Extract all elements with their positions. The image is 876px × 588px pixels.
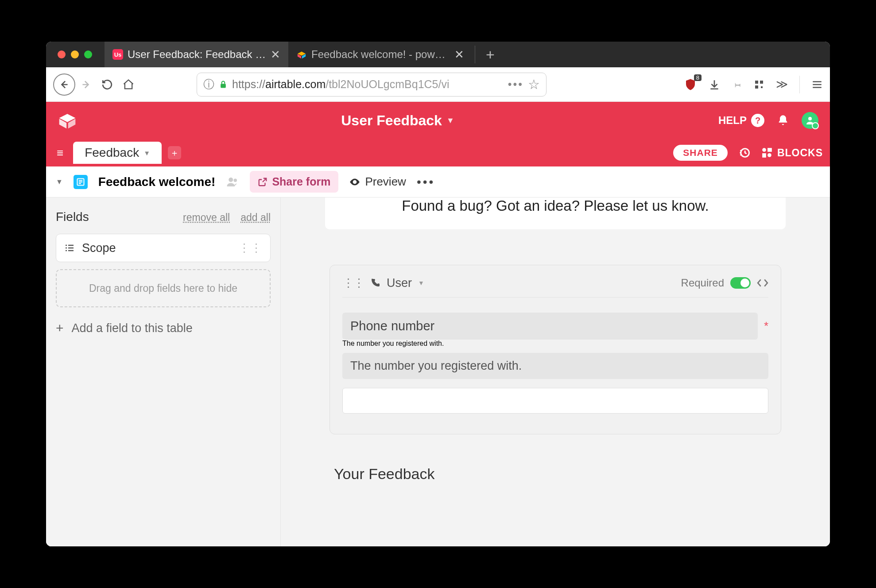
fields-heading: Fields [56, 210, 89, 224]
field-help-input[interactable]: The number you registered with. [342, 353, 768, 379]
field-value-input[interactable] [342, 388, 768, 414]
apps-icon[interactable] [754, 79, 764, 90]
svg-rect-15 [762, 153, 766, 158]
close-tab-icon[interactable]: ✕ [454, 48, 464, 62]
svg-point-13 [762, 148, 766, 152]
eye-icon [349, 176, 360, 188]
svg-rect-4 [755, 81, 758, 84]
pin-icon[interactable] [732, 79, 742, 90]
collaborators-icon[interactable] [226, 175, 239, 189]
more-options-icon[interactable]: ••• [417, 175, 435, 189]
next-field-heading[interactable]: Your Feedback [329, 465, 781, 483]
overflow-icon[interactable]: ≫ [776, 77, 788, 91]
remove-all-link[interactable]: remove all [183, 212, 230, 224]
share-form-button[interactable]: Share form [250, 171, 338, 193]
svg-rect-14 [767, 148, 772, 152]
svg-point-11 [808, 117, 812, 120]
page-actions-icon[interactable]: ••• [508, 78, 523, 91]
caret-down-icon: ▼ [143, 149, 150, 157]
required-asterisk: * [764, 319, 768, 333]
bookmark-icon[interactable]: ☆ [528, 77, 540, 92]
url-text: https://airtable.com/tbl2NoUOLgcmBq1C5/v… [232, 78, 450, 91]
external-link-icon [258, 177, 267, 187]
base-name[interactable]: User Feedback ▼ [341, 112, 454, 129]
svg-rect-3 [221, 84, 226, 88]
preview-button[interactable]: Preview [349, 175, 406, 189]
available-field-scope[interactable]: Scope ⋮⋮ [56, 234, 271, 262]
close-window[interactable] [58, 50, 66, 58]
form-description[interactable]: Found a bug? Got an idea? Please let us … [325, 197, 786, 229]
forward-button[interactable] [75, 74, 97, 95]
back-button[interactable] [53, 74, 75, 96]
lock-icon [219, 80, 228, 89]
table-tabs-row: ≡ Feedback ▼ ＋ SHARE BLOCKS [46, 139, 830, 166]
help-icon: ? [751, 114, 764, 127]
svg-point-19 [234, 178, 237, 182]
view-name[interactable]: Feedback welcome! [98, 175, 216, 189]
required-toggle[interactable] [730, 277, 751, 289]
svg-rect-5 [760, 81, 763, 84]
fields-sidebar: Fields remove all add all Scope ⋮⋮ Drag … [46, 197, 281, 546]
home-button[interactable] [118, 74, 139, 95]
svg-rect-6 [755, 85, 758, 89]
svg-rect-7 [761, 86, 763, 88]
phone-icon [370, 278, 380, 288]
field-label-input[interactable]: Phone number [342, 313, 758, 340]
browser-tab-1[interactable]: Us User Feedback: Feedback - Airt ✕ [105, 42, 288, 67]
reload-button[interactable] [97, 74, 118, 95]
view-toolbar: ▼ Feedback welcome! Share form Preview •… [46, 166, 830, 197]
toolbar-icons: ≫ [684, 76, 823, 93]
add-field-button[interactable]: + Add a field to this table [56, 321, 271, 336]
site-info-icon[interactable]: ⓘ [203, 77, 214, 92]
caret-down-icon: ▼ [446, 116, 454, 125]
airtable-header: User Feedback ▼ HELP? [46, 102, 830, 139]
new-tab-button[interactable]: + [478, 46, 503, 63]
field-help-input[interactable]: The number you registered with. [342, 340, 768, 348]
share-button[interactable]: SHARE [673, 145, 728, 161]
ublock-icon[interactable] [684, 78, 697, 91]
drag-handle-icon[interactable]: ⋮⋮ [238, 241, 262, 255]
sidebar-toggle-icon[interactable]: ≡ [53, 146, 67, 160]
table-tab-feedback[interactable]: Feedback ▼ [73, 142, 162, 164]
required-label: Required [681, 277, 724, 289]
downloads-icon[interactable] [709, 79, 720, 90]
field-name: Scope [82, 241, 116, 255]
tab-strip: Us User Feedback: Feedback - Airt ✕ Feed… [105, 42, 824, 67]
hide-dropzone[interactable]: Drag and drop fields here to hide [56, 269, 271, 307]
blocks-button[interactable]: BLOCKS [761, 147, 823, 159]
form-view-icon [74, 175, 88, 189]
form-builder-body: Fields remove all add all Scope ⋮⋮ Drag … [46, 197, 830, 546]
multiselect-icon [64, 243, 75, 253]
blocks-icon [761, 147, 773, 159]
fullscreen-window[interactable] [84, 50, 92, 58]
browser-window: Us User Feedback: Feedback - Airt ✕ Feed… [46, 42, 830, 546]
base-name-text: User Feedback [341, 112, 442, 129]
form-field-user[interactable]: ⋮⋮ User ▼ Required Phone number * [329, 265, 781, 434]
plus-icon: + [56, 321, 64, 336]
url-bar[interactable]: ⓘ https://airtable.com/tbl2NoUOLgcmBq1C5… [197, 73, 547, 97]
drag-handle-icon[interactable]: ⋮⋮ [342, 276, 364, 290]
close-tab-icon[interactable]: ✕ [271, 48, 280, 62]
favicon-icon: Us [112, 49, 123, 60]
svg-point-18 [229, 178, 233, 182]
titlebar: Us User Feedback: Feedback - Airt ✕ Feed… [46, 42, 830, 67]
browser-tab-2[interactable]: Feedback welcome! - powered ✕ [288, 42, 472, 67]
history-icon[interactable] [738, 147, 751, 159]
menu-icon[interactable] [811, 79, 823, 90]
window-controls [58, 50, 92, 58]
form-canvas: Found a bug? Got an idea? Please let us … [281, 197, 830, 546]
views-dropdown-icon[interactable]: ▼ [56, 178, 63, 186]
help-link[interactable]: HELP? [718, 114, 764, 127]
add-table-button[interactable]: ＋ [168, 146, 181, 159]
airtable-logo-icon[interactable] [58, 111, 77, 130]
minimize-window[interactable] [71, 50, 79, 58]
table-tab-label: Feedback [85, 146, 139, 160]
hide-field-icon[interactable] [757, 277, 768, 289]
tab-title: User Feedback: Feedback - Airt [128, 48, 266, 61]
avatar[interactable] [802, 112, 818, 129]
field-type-name[interactable]: User [387, 276, 412, 290]
tab-title: Feedback welcome! - powered [311, 48, 450, 61]
caret-down-icon[interactable]: ▼ [418, 279, 424, 286]
add-all-link[interactable]: add all [240, 212, 271, 224]
notifications-icon[interactable] [777, 114, 789, 127]
